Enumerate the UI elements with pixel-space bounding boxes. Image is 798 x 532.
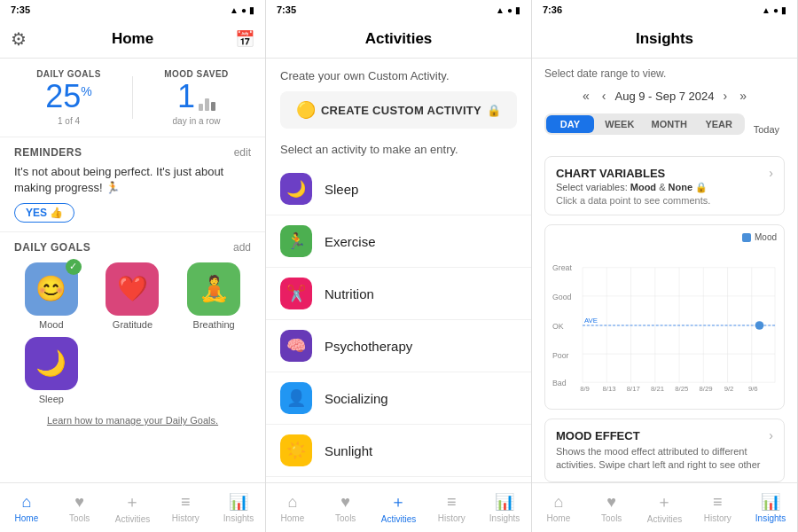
nav-insights-ins[interactable]: 📊 Insights xyxy=(744,487,797,528)
nav-home-act[interactable]: ⌂ Home xyxy=(266,488,319,528)
mood-chart[interactable]: Great Good OK Poor Bad xyxy=(552,246,777,405)
cv-title: CHART VARIABLES xyxy=(556,167,665,180)
daily-goals-section-title: DAILY GOALS xyxy=(14,241,90,254)
activity-nutrition[interactable]: ✂️ Nutrition xyxy=(266,268,531,320)
tools-nav-label-ins: Tools xyxy=(601,513,622,523)
nav-tools[interactable]: ♥ Tools xyxy=(53,488,106,528)
wifi-icon-ins: ▲ xyxy=(762,5,771,15)
mood-saved-value: 1 xyxy=(177,79,195,114)
nav-tools-act[interactable]: ♥ Tools xyxy=(319,488,372,528)
svg-text:AVE: AVE xyxy=(584,317,598,325)
svg-text:8/25: 8/25 xyxy=(675,385,688,393)
mood-icon-wrap: 😊 ✓ xyxy=(25,262,78,316)
today-btn[interactable]: Today xyxy=(748,121,785,138)
daily-goals-value: 25% xyxy=(45,79,92,114)
cv-arrow-icon[interactable]: › xyxy=(769,166,773,180)
daily-goals-section-header: DAILY GOALS add xyxy=(14,241,251,254)
svg-text:8/17: 8/17 xyxy=(627,385,640,393)
svg-text:8/13: 8/13 xyxy=(602,385,615,393)
cv-header: CHART VARIABLES › xyxy=(556,166,773,180)
history-nav-icon-home: ≡ xyxy=(181,493,191,512)
nav-insights-home[interactable]: 📊 Insights xyxy=(212,487,265,528)
date-last-btn[interactable]: » xyxy=(736,87,750,105)
nav-activities-ins[interactable]: ＋ Activities xyxy=(638,486,692,529)
activity-socializing[interactable]: 👤 Socializing xyxy=(266,372,531,425)
date-next-btn[interactable]: › xyxy=(720,87,732,105)
wifi-icon: ▲ xyxy=(230,5,239,15)
gratitude-emoji: ❤️ xyxy=(117,274,148,303)
home-nav-icon: ⌂ xyxy=(21,493,31,512)
calendar-icon[interactable]: 📅 xyxy=(235,29,254,49)
nav-activities-act[interactable]: ＋ Activities xyxy=(372,486,426,529)
activity-psychotherapy[interactable]: 🧠 Psychotherapy xyxy=(266,320,531,372)
mood-check: ✓ xyxy=(66,259,82,275)
nav-home[interactable]: ⌂ Home xyxy=(0,488,53,528)
yes-button[interactable]: YES 👍 xyxy=(14,203,74,223)
date-first-btn[interactable]: « xyxy=(579,87,593,105)
breathing-icon-wrap: 🧘 xyxy=(187,262,240,316)
tab-day[interactable]: DAY xyxy=(546,115,594,133)
nav-activities-home[interactable]: ＋ Activities xyxy=(106,486,160,529)
time-home: 7:35 xyxy=(11,4,30,15)
nav-history-home[interactable]: ≡ History xyxy=(159,488,212,528)
insights-nav-icon-home: 📊 xyxy=(229,492,248,512)
goal-breathing[interactable]: 🧘 Breathing xyxy=(176,262,251,330)
insights-nav-icon-act: 📊 xyxy=(495,492,514,512)
daily-goals-section: DAILY GOALS add 😊 ✓ Mood ❤️ Grat xyxy=(0,232,265,434)
tools-nav-label: Tools xyxy=(69,513,90,523)
nav-history-act[interactable]: ≡ History xyxy=(425,488,478,528)
me-arrow-icon[interactable]: › xyxy=(769,428,773,442)
chart-data-point[interactable] xyxy=(755,321,764,330)
svg-text:Poor: Poor xyxy=(552,351,569,360)
nav-home-ins[interactable]: ⌂ Home xyxy=(532,488,585,528)
svg-text:9/2: 9/2 xyxy=(724,385,734,393)
home-title: Home xyxy=(112,30,153,48)
date-tabs: DAY WEEK MONTH YEAR xyxy=(544,113,745,135)
select-activity-label: Select an activity to make an entry. xyxy=(266,143,531,156)
goal-gratitude[interactable]: ❤️ Gratitude xyxy=(96,262,170,330)
nav-tools-ins[interactable]: ♥ Tools xyxy=(585,488,638,528)
activities-title: Activities xyxy=(365,30,433,48)
activity-sleep[interactable]: 🌙 Sleep xyxy=(266,163,531,215)
tools-nav-icon-ins: ♥ xyxy=(606,493,616,512)
home-panel: 7:35 ▲ ● ▮ ⚙ Home 📅 DAILY GOALS 25% 1 of… xyxy=(0,0,266,532)
reminder-message: It's not about being perfect. It's just … xyxy=(14,164,251,196)
mood-goal-label: Mood xyxy=(39,319,64,330)
battery-icon: ▮ xyxy=(249,5,254,15)
activity-sunlight[interactable]: ☀️ Sunlight xyxy=(266,425,531,477)
reminders-edit-btn[interactable]: edit xyxy=(234,146,251,159)
battery-icon-ins: ▮ xyxy=(781,5,786,15)
goals-grid-row2: 🌙 Sleep xyxy=(14,337,251,404)
insights-nav-label-ins: Insights xyxy=(755,513,786,523)
tools-nav-icon-act: ♥ xyxy=(340,493,350,512)
insights-content: Select date range to view. « ‹ Aug 9 - S… xyxy=(532,59,797,482)
chart-legend: Mood xyxy=(552,232,777,242)
create-custom-button[interactable]: 🟡 CREATE CUSTOM ACTIVITY 🔒 xyxy=(280,91,517,129)
settings-icon[interactable]: ⚙ xyxy=(11,28,27,50)
bottom-nav-insights: ⌂ Home ♥ Tools ＋ Activities ≡ History 📊 … xyxy=(532,482,797,532)
me-title: MOOD EFFECT xyxy=(556,429,640,442)
activity-exercise[interactable]: 🏃 Exercise xyxy=(266,215,531,268)
nav-insights-act[interactable]: 📊 Insights xyxy=(478,487,531,528)
tab-week[interactable]: WEEK xyxy=(596,115,644,133)
lock-icon: 🔒 xyxy=(487,104,501,117)
goal-mood[interactable]: 😊 ✓ Mood xyxy=(14,262,89,330)
activity-list: 🌙 Sleep 🏃 Exercise ✂️ Nutrition 🧠 Psycho… xyxy=(266,163,531,482)
learn-link[interactable]: Learn how to manage your Daily Goals. xyxy=(14,415,251,426)
nutrition-activity-icon: ✂️ xyxy=(280,278,312,309)
activities-nav-label-act: Activities xyxy=(381,514,416,524)
add-goal-btn[interactable]: add xyxy=(233,241,251,254)
nav-history-ins[interactable]: ≡ History xyxy=(691,488,744,528)
activities-nav-icon-home: ＋ xyxy=(124,491,140,512)
activities-header: Activities xyxy=(266,20,531,59)
goal-sleep[interactable]: 🌙 Sleep xyxy=(14,337,89,404)
insights-nav-label-home: Insights xyxy=(223,513,254,523)
goals-grid: 😊 ✓ Mood ❤️ Gratitude 🧘 xyxy=(14,262,251,330)
socializing-activity-icon: 👤 xyxy=(280,382,312,414)
tab-month[interactable]: MONTH xyxy=(645,115,693,133)
tab-year[interactable]: YEAR xyxy=(695,115,743,133)
home-nav-label: Home xyxy=(15,513,39,523)
reminders-header: REMINDERS edit xyxy=(14,146,251,159)
date-prev-btn[interactable]: ‹ xyxy=(598,87,610,105)
insights-nav-icon-ins: 📊 xyxy=(761,492,780,512)
